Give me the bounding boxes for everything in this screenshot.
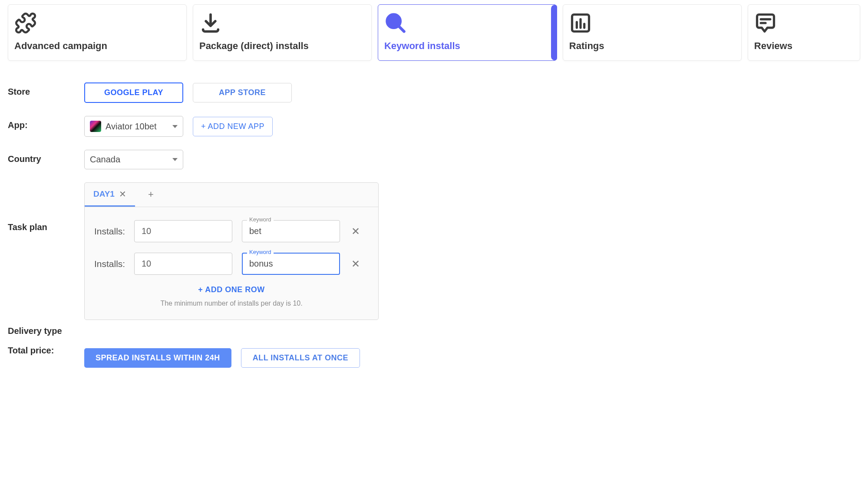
country-select[interactable]: Canada — [84, 150, 183, 169]
tab-ratings[interactable]: Ratings — [563, 4, 742, 61]
keyword-input[interactable] — [242, 220, 340, 242]
review-icon — [754, 12, 854, 34]
tab-advanced-campaign[interactable]: Advanced campaign — [8, 4, 187, 61]
tab-label: Package (direct) installs — [199, 40, 365, 52]
remove-row-icon[interactable]: ✕ — [350, 258, 362, 270]
plan-row: Installs: Keyword ✕ — [94, 253, 369, 275]
country-selected-value: Canada — [90, 155, 120, 165]
add-day-tab[interactable]: + — [135, 183, 167, 207]
keyword-field-label: Keyword — [247, 249, 274, 255]
campaign-type-tabs: Advanced campaign Package (direct) insta… — [8, 4, 860, 61]
tab-label: Advanced campaign — [14, 40, 180, 52]
close-icon[interactable]: ✕ — [119, 189, 126, 199]
bar-chart-icon — [569, 12, 735, 34]
app-select[interactable]: Aviator 10bet — [84, 116, 183, 137]
app-icon — [90, 121, 101, 132]
plan-row: Installs: Keyword ✕ — [94, 220, 369, 242]
add-one-row-button[interactable]: + ADD ONE ROW — [198, 285, 264, 294]
puzzle-icon — [14, 12, 180, 34]
installs-input[interactable] — [134, 220, 232, 242]
remove-row-icon[interactable]: ✕ — [350, 225, 362, 237]
tab-keyword-installs[interactable]: Keyword installs — [378, 4, 557, 61]
day-tabs: DAY1 ✕ + — [85, 183, 378, 207]
day-tab-1[interactable]: DAY1 ✕ — [85, 183, 135, 207]
tab-label: Keyword installs — [384, 40, 550, 52]
delivery-label: Delivery type — [8, 326, 84, 336]
installs-input[interactable] — [134, 253, 232, 275]
svg-line-1 — [398, 26, 404, 32]
tab-package-installs[interactable]: Package (direct) installs — [193, 4, 372, 61]
tab-label: Reviews — [754, 40, 854, 52]
task-plan-box: DAY1 ✕ + Installs: Keyword ✕ Installs: K… — [84, 182, 379, 320]
add-new-app-button[interactable]: + ADD NEW APP — [193, 117, 273, 136]
app-selected-value: Aviator 10bet — [106, 122, 157, 132]
app-label: App: — [8, 116, 84, 130]
chevron-down-icon — [172, 158, 178, 161]
country-label: Country — [8, 150, 84, 164]
spread-installs-button[interactable]: SPREAD INSTALLS WITHIN 24H — [84, 348, 231, 368]
min-installs-hint: The minimum number of installs per day i… — [94, 300, 369, 307]
installs-label: Installs: — [94, 259, 125, 269]
search-icon — [384, 12, 550, 34]
total-price-label: Total price: — [8, 346, 84, 356]
installs-label: Installs: — [94, 226, 125, 237]
chevron-down-icon — [172, 125, 178, 128]
app-row: App: Aviator 10bet + ADD NEW APP — [8, 116, 860, 137]
store-row: Store GOOGLE PLAY APP STORE — [8, 82, 860, 103]
google-play-button[interactable]: GOOGLE PLAY — [84, 82, 183, 103]
task-plan-label: Task plan — [8, 182, 84, 232]
task-plan-row: Task plan DAY1 ✕ + Installs: Keyword ✕ I… — [8, 182, 860, 320]
total-price-row: Total price: SPREAD INSTALLS WITHIN 24H … — [8, 346, 860, 368]
store-label: Store — [8, 82, 84, 97]
keyword-input[interactable] — [242, 253, 340, 275]
delivery-row: Delivery type — [8, 326, 860, 336]
day-tab-label: DAY1 — [93, 189, 115, 199]
country-row: Country Canada — [8, 150, 860, 169]
tab-label: Ratings — [569, 40, 735, 52]
all-installs-once-button[interactable]: ALL INSTALLS AT ONCE — [241, 348, 360, 368]
app-store-button[interactable]: APP STORE — [193, 83, 292, 102]
download-icon — [199, 12, 365, 34]
keyword-field-label: Keyword — [247, 216, 274, 223]
plan-body: Installs: Keyword ✕ Installs: Keyword ✕ … — [85, 207, 378, 320]
tab-reviews[interactable]: Reviews — [748, 4, 860, 61]
